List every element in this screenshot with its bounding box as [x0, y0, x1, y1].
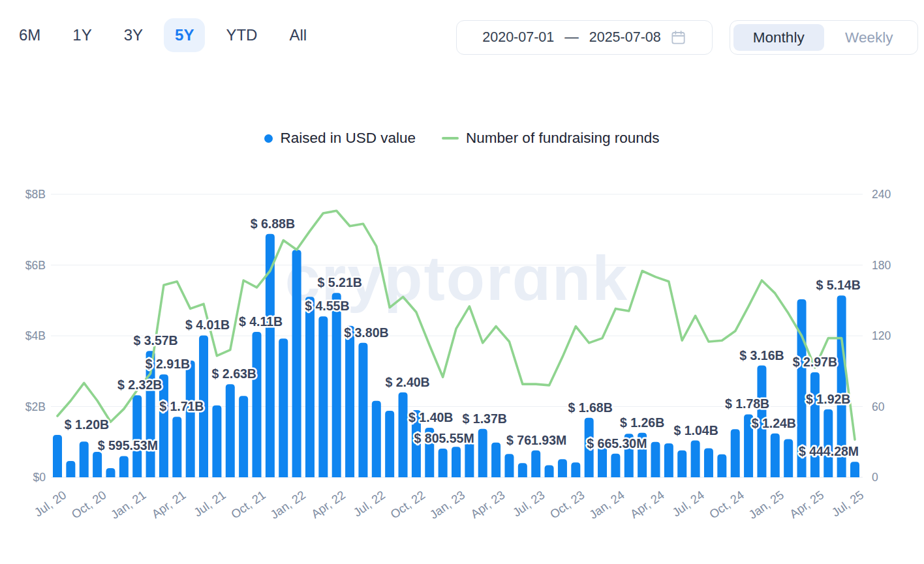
bar-value-label: $ 444.28M [799, 444, 859, 458]
bar-value-label: $ 1.24B [752, 416, 796, 430]
right-axis-label: 120 [872, 329, 891, 342]
bar-value-label: $ 3.16B [739, 348, 784, 363]
bar-Jul, 21[interactable] [212, 406, 221, 477]
x-tick-label: Apr, 22 [309, 488, 348, 521]
right-axis-label: 0 [872, 471, 878, 484]
bar-May, 21[interactable] [186, 361, 195, 477]
x-tick-label: Jan, 24 [587, 488, 627, 522]
bar-value-label: $ 2.97B [793, 355, 837, 369]
calendar-icon[interactable] [670, 29, 686, 46]
date-range-start: 2020-07-01 [482, 29, 554, 46]
tab-6m[interactable]: 6M [8, 18, 52, 52]
bar-value-label: $ 805.55M [414, 431, 474, 445]
right-axis-label: 240 [872, 188, 891, 201]
bar-Sep, 22[interactable] [399, 393, 408, 477]
bar-Oct, 20[interactable] [93, 452, 102, 477]
bar-Oct, 23[interactable] [571, 462, 580, 477]
bar-Oct, 24[interactable] [731, 429, 740, 477]
bar-Jan, 21[interactable] [132, 395, 142, 477]
bar-Jan, 24[interactable] [611, 454, 620, 477]
bar-May, 24[interactable] [664, 443, 673, 477]
bar-value-label: $ 665.30M [587, 436, 647, 451]
bar-Jul, 22[interactable] [372, 401, 381, 477]
bar-Jul, 20[interactable] [53, 435, 62, 477]
bar-value-label: $ 6.88B [251, 216, 295, 231]
right-axis-label: 180 [872, 259, 891, 272]
bar-Feb, 22[interactable] [305, 297, 315, 477]
bar-Aug, 22[interactable] [385, 411, 394, 477]
bar-Apr, 24[interactable] [651, 442, 660, 477]
bar-Jan, 22[interactable] [292, 250, 301, 477]
bar-Nov, 20[interactable] [106, 468, 115, 477]
bar-Jan, 23[interactable] [452, 447, 461, 477]
bar-value-label: $ 4.11B [239, 314, 283, 329]
tab-1y[interactable]: 1Y [61, 18, 102, 52]
green-line-icon [442, 137, 459, 140]
bar-Dec, 22[interactable] [439, 449, 448, 477]
bar-Jun, 24[interactable] [677, 451, 686, 477]
bar-Feb, 25[interactable] [784, 439, 793, 477]
bar-value-label: $ 1.20B [65, 417, 109, 432]
granularity-toggle: Monthly Weekly [730, 20, 918, 55]
tab-5y[interactable]: 5Y [164, 18, 205, 52]
bar-value-label: $ 1.78B [725, 396, 769, 411]
bar-May, 23[interactable] [504, 454, 514, 477]
chart-canvas[interactable]: cryptorɑnk$8B$6B$4B$2B$0240180120600Jul,… [0, 163, 924, 562]
bar-Jul, 24[interactable] [691, 441, 700, 477]
bar-Jun, 22[interactable] [358, 343, 367, 477]
bar-value-label: $ 4.55B [305, 299, 349, 313]
bar-Aug, 23[interactable] [545, 466, 554, 477]
bar-value-label: $ 3.57B [133, 333, 177, 348]
bar-value-label: $ 1.04B [673, 423, 718, 438]
bar-Mar, 22[interactable] [318, 316, 328, 477]
bar-Jun, 23[interactable] [518, 463, 527, 477]
x-tick-label: Apr, 25 [787, 488, 826, 521]
x-tick-label: Jan, 23 [427, 488, 468, 522]
time-range-tabs: 6M 1Y 3Y 5Y YTD All [8, 18, 318, 52]
bar-Sep, 20[interactable] [80, 441, 89, 477]
bar-value-label: $ 595.53M [98, 438, 158, 453]
bar-Apr, 21[interactable] [172, 417, 181, 477]
bar-May, 25[interactable] [824, 409, 833, 477]
left-axis-label: $6B [25, 259, 46, 272]
x-tick-label: Apr, 23 [468, 488, 507, 521]
legend-item-raised[interactable]: Raised in USD value [264, 130, 416, 147]
bar-Aug, 24[interactable] [704, 449, 713, 477]
bar-Jul, 23[interactable] [531, 451, 540, 477]
bar-value-label: $ 1.40B [408, 410, 453, 424]
bar-value-label: $ 1.71B [159, 399, 204, 413]
date-range-end: 2025-07-08 [589, 29, 661, 46]
bar-May, 22[interactable] [345, 326, 354, 477]
bar-Feb, 23[interactable] [465, 441, 474, 477]
toggle-monthly[interactable]: Monthly [733, 24, 824, 51]
tab-ytd[interactable]: YTD [215, 18, 268, 52]
bar-Oct, 21[interactable] [253, 332, 262, 477]
bar-Sep, 21[interactable] [239, 396, 248, 477]
tab-all[interactable]: All [278, 18, 318, 52]
x-tick-label: Jul, 20 [32, 488, 69, 519]
bar-value-label: $ 761.93M [506, 433, 566, 447]
toggle-weekly[interactable]: Weekly [824, 24, 915, 51]
date-range-picker[interactable]: 2020-07-01 — 2025-07-08 [456, 20, 713, 55]
x-tick-label: Jul, 23 [510, 488, 547, 519]
bar-Sep, 24[interactable] [717, 454, 726, 477]
bar-Aug, 20[interactable] [66, 461, 75, 477]
bar-Sep, 23[interactable] [558, 459, 567, 477]
x-tick-label: Jan, 22 [268, 488, 308, 522]
bar-Aug, 21[interactable] [226, 384, 235, 477]
left-axis-label: $2B [25, 400, 46, 413]
bar-Dec, 20[interactable] [119, 456, 129, 477]
tab-3y[interactable]: 3Y [113, 18, 154, 52]
bar-Apr, 23[interactable] [491, 443, 501, 477]
bar-Apr, 22[interactable] [332, 293, 341, 477]
legend-item-rounds[interactable]: Number of fundraising rounds [442, 130, 659, 147]
bar-Jul, 25[interactable] [850, 462, 859, 477]
bar-Mar, 23[interactable] [478, 429, 487, 477]
bar-Jan, 25[interactable] [771, 434, 780, 477]
bar-Dec, 23[interactable] [598, 447, 607, 477]
bar-Apr, 25[interactable] [810, 372, 820, 477]
bar-value-label: $ 4.01B [185, 318, 230, 332]
bar-Dec, 21[interactable] [279, 338, 288, 477]
x-tick-label: Jan, 21 [108, 488, 149, 522]
left-axis-label: $4B [25, 329, 46, 342]
